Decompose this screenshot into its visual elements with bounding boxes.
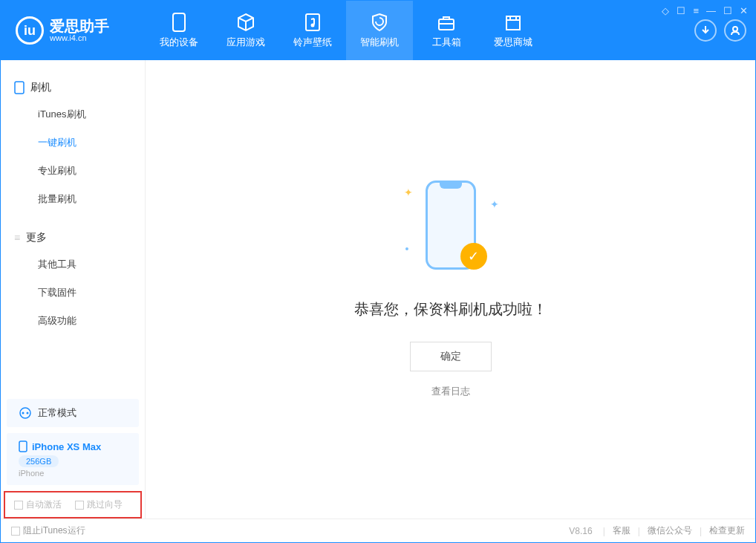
tab-toolbox[interactable]: 工具箱 xyxy=(413,1,480,60)
header: iu 爱思助手 www.i4.cn 我的设备 应用游戏 铃声壁纸 智能刷机 工具… xyxy=(1,1,755,60)
device-type: iPhone xyxy=(19,469,127,478)
window-controls: ◇ ☐ ≡ — ☐ ✕ xyxy=(662,5,748,16)
checkmark-icon: ✓ xyxy=(460,243,487,270)
sidebar-item-itunes-flash[interactable]: iTunes刷机 xyxy=(1,100,145,129)
svg-point-5 xyxy=(733,27,737,31)
svg-point-8 xyxy=(22,412,25,414)
check-update-link[interactable]: 检查更新 xyxy=(709,524,745,537)
tab-my-device[interactable]: 我的设备 xyxy=(146,1,212,60)
storage-badge: 256GB xyxy=(19,455,59,467)
sidebar-item-other-tools[interactable]: 其他工具 xyxy=(1,250,145,279)
skip-guide-checkbox[interactable]: 跳过向导 xyxy=(75,498,123,511)
tab-label: 铃声壁纸 xyxy=(293,36,332,49)
cube-icon xyxy=(235,12,256,33)
svg-rect-10 xyxy=(19,441,27,452)
svg-rect-6 xyxy=(15,82,24,94)
tab-label: 智能刷机 xyxy=(360,36,399,49)
sidebar-item-download-firmware[interactable]: 下载固件 xyxy=(1,279,145,307)
svg-point-9 xyxy=(27,412,29,414)
sidebar-section-flash: 刷机 xyxy=(1,75,145,100)
toolbox-icon xyxy=(436,12,457,33)
auto-activate-checkbox[interactable]: 自动激活 xyxy=(14,498,62,511)
downloads-button[interactable] xyxy=(694,19,717,42)
svg-point-2 xyxy=(311,24,315,27)
sidebar-item-advanced[interactable]: 高级功能 xyxy=(1,307,145,335)
close-icon[interactable]: ✕ xyxy=(740,5,748,16)
feedback-icon[interactable]: ☐ xyxy=(677,5,685,16)
maximize-icon[interactable]: ☐ xyxy=(723,5,732,16)
tab-apps[interactable]: 应用游戏 xyxy=(212,1,279,60)
sync-icon xyxy=(19,406,32,420)
nav-tabs: 我的设备 应用游戏 铃声壁纸 智能刷机 工具箱 爱思商城 xyxy=(146,1,547,60)
confirm-button[interactable]: 确定 xyxy=(410,342,492,371)
section-title: 更多 xyxy=(26,231,47,244)
app-url: www.i4.cn xyxy=(50,33,109,42)
tab-ringtones[interactable]: 铃声壁纸 xyxy=(279,1,346,60)
section-title: 刷机 xyxy=(30,81,51,94)
svg-point-7 xyxy=(20,408,30,418)
sidebar: 刷机 iTunes刷机 一键刷机 专业刷机 批量刷机 ≡ 更多 其他工具 下载固… xyxy=(1,60,146,518)
footer-links: | 客服 | 微信公众号 | 检查更新 xyxy=(603,524,745,537)
connection-status[interactable]: 正常模式 xyxy=(7,399,139,427)
svg-rect-1 xyxy=(306,14,319,30)
phone-icon xyxy=(19,440,27,452)
tab-store[interactable]: 爱思商城 xyxy=(480,1,547,60)
phone-icon xyxy=(14,81,25,94)
music-icon xyxy=(302,12,323,33)
status-text: 正常模式 xyxy=(38,406,76,420)
logo-icon: iu xyxy=(16,16,44,45)
device-name-text: iPhone XS Max xyxy=(32,441,101,452)
shield-icon xyxy=(369,12,390,33)
device-icon xyxy=(169,12,189,33)
sidebar-section-more: ≡ 更多 xyxy=(1,225,145,250)
sparkle-icon: • xyxy=(405,243,409,255)
tab-label: 我的设备 xyxy=(160,36,198,49)
view-log-link[interactable]: 查看日志 xyxy=(431,385,470,398)
sidebar-item-batch-flash[interactable]: 批量刷机 xyxy=(1,185,145,213)
footer: 阻止iTunes运行 V8.16 | 客服 | 微信公众号 | 检查更新 xyxy=(1,518,755,542)
content-area: ✦ ✦ • ✓ 恭喜您，保资料刷机成功啦！ 确定 查看日志 xyxy=(146,60,755,518)
block-itunes-checkbox[interactable]: 阻止iTunes运行 xyxy=(11,524,85,537)
minimize-icon[interactable]: — xyxy=(706,5,716,16)
tab-label: 工具箱 xyxy=(432,36,461,49)
tab-label: 应用游戏 xyxy=(227,36,265,49)
sidebar-item-oneclick-flash[interactable]: 一键刷机 xyxy=(1,129,145,157)
skin-icon[interactable]: ◇ xyxy=(662,5,669,16)
svg-rect-0 xyxy=(173,13,185,31)
header-right xyxy=(694,19,755,42)
success-message: 恭喜您，保资料刷机成功啦！ xyxy=(354,299,547,319)
version-text: V8.16 xyxy=(569,526,592,536)
sparkle-icon: ✦ xyxy=(490,198,499,210)
options-row: 自动激活 跳过向导 xyxy=(4,491,142,518)
logo[interactable]: iu 爱思助手 www.i4.cn xyxy=(1,16,146,45)
menu-icon[interactable]: ≡ xyxy=(693,5,699,16)
account-button[interactable] xyxy=(724,19,746,42)
success-illustration: ✦ ✦ • ✓ xyxy=(410,181,492,277)
sidebar-item-pro-flash[interactable]: 专业刷机 xyxy=(1,157,145,185)
app-name: 爱思助手 xyxy=(50,19,109,33)
device-card[interactable]: iPhone XS Max 256GB iPhone xyxy=(7,433,139,485)
store-icon xyxy=(503,12,524,33)
tab-flash[interactable]: 智能刷机 xyxy=(346,1,413,60)
tab-label: 爱思商城 xyxy=(494,36,532,49)
list-icon: ≡ xyxy=(14,232,20,244)
support-link[interactable]: 客服 xyxy=(613,524,630,537)
sparkle-icon: ✦ xyxy=(404,186,413,198)
wechat-link[interactable]: 微信公众号 xyxy=(648,524,692,537)
